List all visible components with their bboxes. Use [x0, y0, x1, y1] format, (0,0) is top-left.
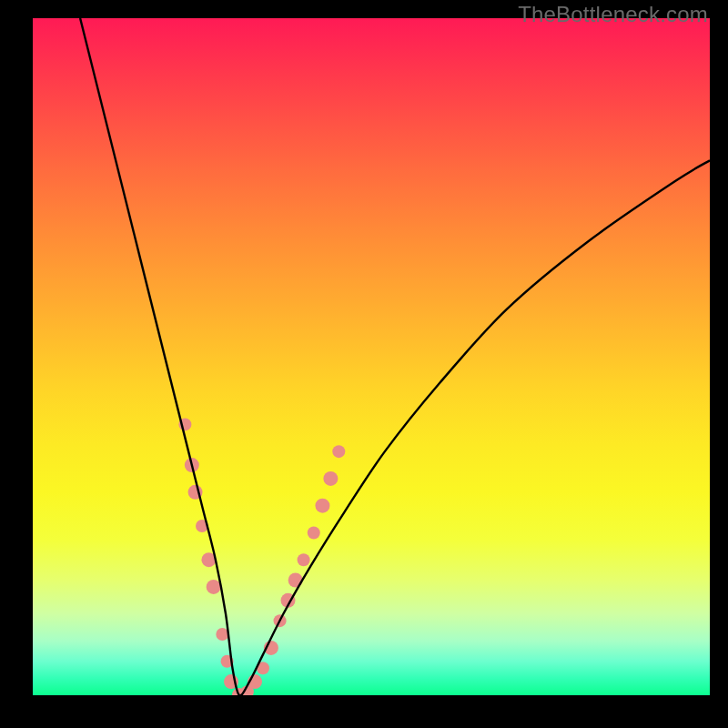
highlight-dot [323, 471, 338, 486]
chart-frame: TheBottleneck.com [0, 0, 728, 728]
bottleneck-curve [80, 18, 710, 695]
highlight-dot [298, 553, 310, 566]
plot-area [33, 18, 710, 695]
highlight-dots-layer [178, 418, 345, 695]
chart-svg [33, 18, 710, 695]
watermark-text: TheBottleneck.com [518, 2, 708, 27]
highlight-dot [332, 445, 345, 458]
highlight-dot [315, 499, 329, 513]
highlight-dot [207, 580, 221, 594]
highlight-dot [308, 526, 320, 539]
